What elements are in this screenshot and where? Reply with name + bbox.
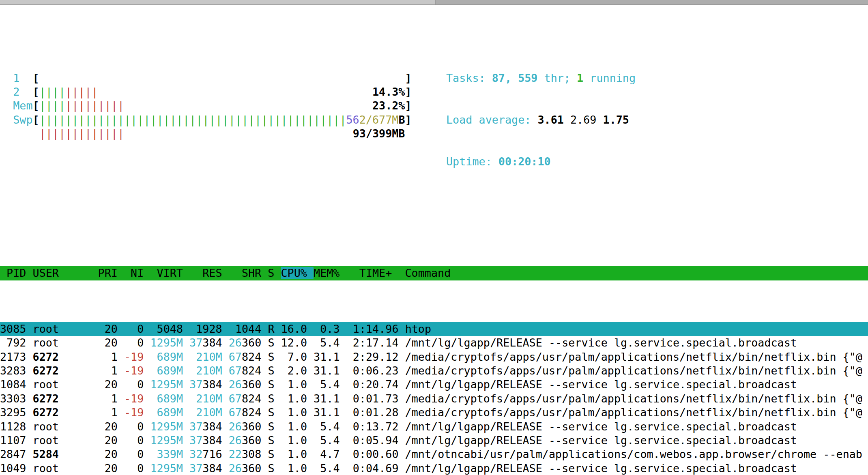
cpu1-meter: 1 [|||||||||14.3%]	[0, 71, 868, 85]
pid-cell: 3283	[0, 364, 33, 377]
tasks-line: Tasks: 87, 559 thr; 1 running	[446, 71, 636, 85]
res-cell	[189, 364, 196, 377]
shr-cell: 26	[229, 420, 242, 433]
meter-open-bracket: [	[33, 113, 39, 126]
priority-cell: 1	[59, 392, 124, 405]
summary-block: Tasks: 87, 559 thr; 1 running Load avera…	[446, 43, 636, 197]
shr-cell: 67	[229, 351, 242, 363]
res-cell: 37	[189, 336, 202, 349]
stats-cells: S 2.0 31.1 0:06.23	[261, 364, 405, 377]
meters-block: 1 [|||||||||14.3%] 2 [|||||||||||||23.2%…	[0, 43, 868, 169]
meter-open-bracket: [	[33, 99, 39, 112]
process-row-selected[interactable]: 3085 root 20 0 5048 1928 1044 R 16.0 0.3…	[0, 322, 868, 336]
pid-cell: 2847	[0, 448, 33, 460]
virt-cell	[150, 364, 157, 377]
gap	[144, 420, 150, 433]
header-columns-right[interactable]: MEM% TIME+ Command	[314, 267, 451, 279]
res-cell: 384	[202, 420, 222, 433]
virt-cell	[150, 406, 157, 419]
meter-close-bracket: ]	[405, 86, 411, 98]
command-cell: /media/cryptofs/apps/usr/palm/applicatio…	[405, 392, 862, 405]
user-cell: root	[33, 336, 59, 349]
user-cell: root	[33, 378, 59, 391]
command-cell: /mnt/lg/lgapp/RELEASE --service lg.servi…	[405, 434, 797, 447]
gap	[144, 323, 150, 335]
command-cell: /mnt/lg/lgapp/RELEASE --service lg.servi…	[405, 420, 797, 433]
virt-cell: 5	[157, 323, 163, 335]
process-row[interactable]: 1049 root 20 0 1295M 37384 26360 S 1.0 5…	[0, 462, 868, 475]
gap	[222, 323, 229, 335]
spacer	[596, 113, 603, 126]
swap-meter-ticks: |||||||||||||	[39, 127, 124, 141]
shr-cell: 360	[242, 378, 261, 391]
meter-value-segment: 93/399MB	[353, 127, 405, 140]
shr-cell: 360	[242, 462, 261, 475]
res-cell	[189, 392, 196, 405]
process-row[interactable]: 1107 root 20 0 1295M 37384 26360 S 1.0 5…	[0, 434, 868, 447]
uptime-value: 00:20:10	[498, 155, 551, 168]
priority-cell: 20	[59, 336, 124, 349]
process-row[interactable]: 3283 6272 1 -19 689M 210M 67824 S 2.0 31…	[0, 364, 868, 378]
load-5min: 2.69	[570, 113, 596, 126]
gap	[183, 323, 189, 335]
load-1min: 3.61	[537, 113, 563, 126]
gap	[144, 392, 150, 405]
spacer	[564, 113, 570, 126]
virt-cell: 339M	[157, 448, 183, 460]
gap	[183, 448, 189, 460]
stats-cells: S 1.0 5.4 0:04.69	[261, 462, 405, 475]
nice-cell: 0	[124, 378, 144, 391]
stats-cells: R 16.0 0.3 1:14.96	[261, 323, 405, 335]
header-sort-column-cpu[interactable]: CPU%	[281, 267, 314, 279]
tab-bar-right-region[interactable]	[436, 0, 868, 4]
shr-cell: 044	[242, 323, 261, 335]
shr-cell: 67	[229, 364, 242, 377]
header-columns-left[interactable]: PID USER PRI NI VIRT RES SHR S	[0, 267, 281, 279]
user-cell: 6272	[33, 406, 59, 419]
window-chrome	[0, 0, 868, 5]
uptime-label: Uptime:	[446, 155, 498, 168]
htop-terminal: 1 [|||||||||14.3%] 2 [|||||||||||||23.2%…	[0, 5, 868, 475]
shr-cell: 1	[235, 323, 242, 335]
process-row[interactable]: 1128 root 20 0 1295M 37384 26360 S 1.0 5…	[0, 420, 868, 434]
gap	[183, 351, 189, 363]
res-cell: 384	[202, 336, 222, 349]
res-cell: 37	[189, 420, 202, 433]
virt-cell	[150, 448, 157, 460]
nice-cell: -19	[124, 392, 144, 405]
gap	[222, 351, 229, 363]
process-row[interactable]: 792 root 20 0 1295M 37384 26360 S 12.0 5…	[0, 336, 868, 350]
res-cell: 210M	[196, 392, 222, 405]
command-cell: /mnt/lg/lgapp/RELEASE --service lg.servi…	[405, 462, 797, 475]
gap	[183, 434, 189, 447]
swap-meter-value: 93/399MB	[353, 127, 405, 141]
process-row[interactable]: 2173 6272 1 -19 689M 210M 67824 S 7.0 31…	[0, 350, 868, 364]
memory-meter-value: 562/677MB	[346, 113, 405, 127]
res-cell: 716	[202, 448, 222, 460]
gap	[144, 351, 150, 363]
process-row[interactable]: 1084 root 20 0 1295M 37384 26360 S 1.0 5…	[0, 378, 868, 392]
pid-cell: 3295	[0, 406, 33, 419]
res-cell: 37	[189, 378, 202, 391]
virt-cell	[150, 323, 157, 335]
meter-tick-group: |||||	[65, 86, 98, 98]
gap	[144, 364, 150, 377]
gap	[222, 336, 229, 349]
stats-cells: S 1.0 5.4 0:13.72	[261, 420, 405, 433]
res-cell: 384	[202, 434, 222, 447]
tab-bar-left-region[interactable]	[0, 0, 436, 4]
meter-open-bracket: [	[33, 86, 39, 98]
shr-cell: 824	[242, 392, 261, 405]
process-row[interactable]: 2847 5284 20 0 339M 32716 22308 S 1.0 4.…	[0, 447, 868, 461]
process-row[interactable]: 3303 6272 1 -19 689M 210M 67824 S 1.0 31…	[0, 392, 868, 406]
meter-close-bracket: ]	[405, 72, 411, 84]
nice-cell: 0	[124, 434, 144, 447]
shr-cell: 824	[242, 351, 261, 363]
process-row[interactable]: 3295 6272 1 -19 689M 210M 67824 S 1.0 31…	[0, 406, 868, 419]
res-cell: 384	[202, 378, 222, 391]
cpu2-meter-label: 2	[13, 85, 32, 99]
res-cell: 928	[202, 323, 222, 335]
priority-cell: 20	[59, 448, 124, 460]
res-cell	[189, 351, 196, 363]
gap	[222, 378, 229, 391]
